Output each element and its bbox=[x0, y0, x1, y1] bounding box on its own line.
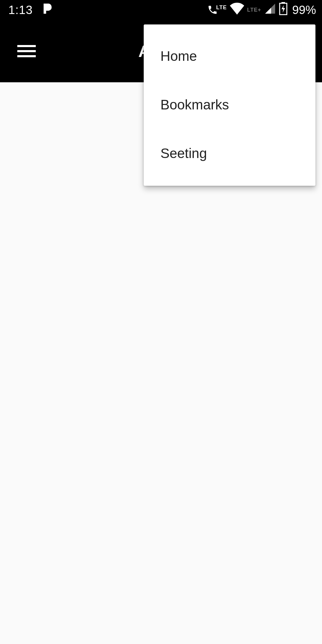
status-clock: 1:13 bbox=[8, 3, 33, 17]
battery-charging-icon bbox=[279, 2, 287, 18]
menu-item-label: Seeting bbox=[160, 145, 207, 161]
menu-item-label: Bookmarks bbox=[160, 97, 229, 113]
status-right: LTE LTE+ 99% bbox=[207, 2, 316, 18]
hamburger-icon[interactable] bbox=[14, 41, 39, 61]
lte-badge: LTE bbox=[216, 4, 227, 11]
overflow-menu: Home Bookmarks Seeting bbox=[144, 24, 315, 186]
status-left: 1:13 bbox=[8, 3, 52, 17]
battery-percent: 99% bbox=[292, 3, 316, 17]
menu-item-label: Home bbox=[160, 48, 197, 64]
menu-item-seeting[interactable]: Seeting bbox=[144, 129, 315, 177]
menu-item-home[interactable]: Home bbox=[144, 32, 315, 80]
status-bar: 1:13 LTE LTE+ bbox=[0, 0, 322, 20]
lte-plus-badge: LTE+ bbox=[247, 7, 261, 13]
pandora-icon bbox=[42, 3, 52, 17]
wifi-icon bbox=[230, 3, 244, 17]
cell-signal-icon bbox=[264, 3, 276, 17]
menu-item-bookmarks[interactable]: Bookmarks bbox=[144, 80, 315, 129]
phone-lte-icon: LTE bbox=[207, 4, 227, 15]
svg-rect-1 bbox=[281, 2, 285, 4]
